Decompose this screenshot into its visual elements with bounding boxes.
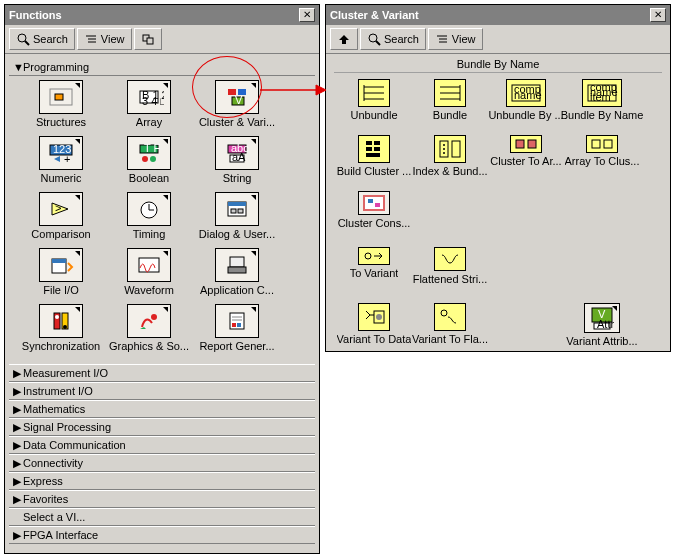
cluster-variant-palette: Cluster & Variant ✕ Search View Bundle B… [325,4,671,352]
item-label: Comparison [31,228,90,240]
category-select-vi[interactable]: Select a VI... [9,508,315,526]
svg-text:aA: aA [232,151,246,163]
collapse-icon: ▶ [13,367,23,380]
item-label: String [223,172,252,184]
view-button[interactable]: View [77,28,132,50]
up-button[interactable] [330,28,358,50]
item-label: Build Cluster ... [337,165,412,177]
item-application[interactable]: Application C... [193,248,281,304]
category-fpga[interactable]: ▶FPGA Interface [9,526,315,544]
item-bundle[interactable]: Bundle [412,79,488,135]
svg-point-74 [443,148,445,150]
search-button[interactable]: Search [9,28,75,50]
svg-rect-72 [452,141,460,157]
item-synchronization[interactable]: Synchronization [17,304,105,360]
item-label: Unbundle By ... [488,109,563,121]
functions-title: Functions [9,5,62,25]
svg-text:Attr: Attr [597,318,614,330]
category-signal-processing[interactable]: ▶Signal Processing [9,418,315,436]
item-label: Graphics & So... [109,340,189,352]
item-file-io[interactable]: File I/O [17,248,105,304]
item-comparison[interactable]: >Comparison [17,192,105,248]
svg-text:T F: T F [144,142,161,154]
item-unbundle[interactable]: Unbundle [336,79,412,135]
functions-titlebar: Functions ✕ [5,5,319,25]
close-icon[interactable]: ✕ [650,8,666,22]
item-cluster-const[interactable]: Cluster Cons... [336,191,412,247]
collapse-icon: ▶ [13,457,23,470]
search-button[interactable]: Search [360,28,426,50]
item-array[interactable]: B 1 23 4 □Array [105,80,193,136]
item-label: Timing [133,228,166,240]
item-report[interactable]: Report Gener... [193,304,281,360]
svg-rect-47 [232,323,236,327]
collapse-icon: ▶ [13,403,23,416]
category-label: Programming [23,61,89,73]
svg-point-49 [369,34,377,42]
item-structures[interactable]: Structures [17,80,105,136]
category-label: FPGA Interface [23,529,98,541]
category-programming[interactable]: ▼ Programming [9,58,315,76]
svg-text:+: + [64,153,70,165]
svg-text:name: name [514,89,542,101]
category-measurement-io[interactable]: ▶Measurement I/O [9,364,315,382]
item-boolean[interactable]: T FBoolean [105,136,193,192]
programming-grid: Structures B 1 23 4 □Array VCluster & Va… [9,76,315,364]
svg-point-86 [441,310,447,316]
svg-rect-81 [368,199,373,203]
view-button[interactable]: View [428,28,483,50]
svg-rect-32 [231,209,236,213]
svg-line-50 [376,41,380,45]
item-variant-to-data[interactable]: Variant To Data [336,303,412,359]
cv-toolbar: Search View [326,25,670,54]
category-favorites[interactable]: ▶Favorites [9,490,315,508]
item-waveform[interactable]: Waveform [105,248,193,304]
close-icon[interactable]: ✕ [299,8,315,22]
item-unbundle-by[interactable]: compnameUnbundle By ... [488,79,564,135]
empty-cell [564,191,640,247]
item-label: Numeric [41,172,82,184]
item-index-bundle[interactable]: Index & Bund... [412,135,488,191]
svg-point-85 [376,314,382,320]
functions-palette: Functions ✕ Search View ▼ Programming St… [4,4,320,554]
svg-point-19 [142,156,148,162]
category-label: Data Communication [23,439,126,451]
svg-point-0 [18,34,26,42]
item-flattened-string[interactable]: Flattened Stri... [412,247,488,303]
item-timing[interactable]: Timing [105,192,193,248]
category-connectivity[interactable]: ▶Connectivity [9,454,315,472]
item-label: Waveform [124,284,174,296]
item-bundle-by-name[interactable]: compnameitemBundle By Name [564,79,640,135]
item-label: Synchronization [22,340,100,352]
collapse-icon: ▶ [13,475,23,488]
item-label: Boolean [129,172,169,184]
item-variant-attrib[interactable]: VAttrVariant Attrib... [564,303,640,359]
category-data-communication[interactable]: ▶Data Communication [9,436,315,454]
svg-rect-35 [52,259,66,263]
category-mathematics[interactable]: ▶Mathematics [9,400,315,418]
item-dialog[interactable]: Dialog & User... [193,192,281,248]
category-label: Signal Processing [23,421,111,433]
svg-marker-15 [54,156,60,162]
item-to-variant[interactable]: To Variant [336,247,412,303]
category-express[interactable]: ▶Express [9,472,315,490]
item-cluster-to-array[interactable]: Cluster To Ar... [488,135,564,191]
svg-rect-68 [366,147,372,151]
category-instrument-io[interactable]: ▶Instrument I/O [9,382,315,400]
item-numeric[interactable]: 123+Numeric [17,136,105,192]
item-graphics[interactable]: Graphics & So... [105,304,193,360]
item-variant-to-fla[interactable]: Variant To Fla... [412,303,488,359]
svg-rect-5 [55,94,63,100]
pin-button[interactable] [134,28,162,50]
svg-rect-77 [528,140,536,148]
item-cluster-variant[interactable]: VCluster & Vari... [193,80,281,136]
item-label: Bundle [433,109,467,121]
item-label: Bundle By Name [561,109,644,121]
empty-cell [488,303,564,359]
item-build-cluster[interactable]: Build Cluster ... [336,135,412,191]
functions-toolbar: Search View [5,25,319,54]
item-string[interactable]: abcaAString [193,136,281,192]
item-label: Cluster & Vari... [199,116,275,128]
category-label: Favorites [23,493,68,505]
item-array-to-cluster[interactable]: Array To Clus... [564,135,640,191]
